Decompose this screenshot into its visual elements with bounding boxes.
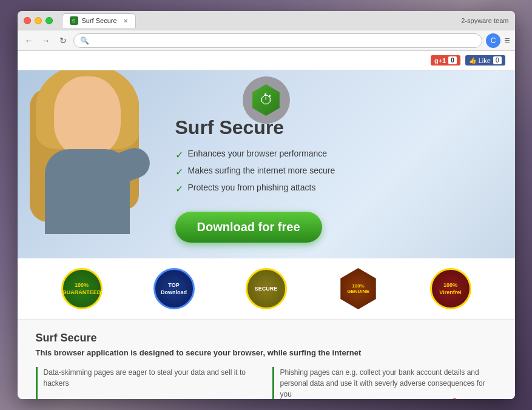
face (54, 76, 121, 155)
feature-text-1: Enhances your browser performance (188, 149, 328, 158)
hero-section: ⏱ Surf Secure ✓ Enhances your browser pe… (18, 70, 515, 258)
fb-count: 0 (493, 56, 502, 64)
person-figure (30, 70, 151, 234)
badge-download-label: Download (161, 289, 187, 295)
feature-item-2: ✓ Makes surfing the internet more secure (175, 166, 497, 178)
feature-item-3: ✓ Protects you from phishing attacts (175, 183, 497, 195)
badge-top-download: TOP Download (153, 268, 195, 309)
gplus-count: 0 (448, 56, 457, 64)
tab-bar: S Surf Secure ✕ (62, 13, 462, 28)
timer-icon: ⏱ (260, 92, 273, 108)
close-button[interactable] (24, 17, 31, 24)
feature-item-1: ✓ Enhances your browser performance (175, 149, 497, 161)
search-icon: 🔍 (80, 36, 89, 45)
maximize-button[interactable] (45, 17, 53, 24)
badge-virenfrei: 100% Virenfrei (430, 268, 471, 309)
logo-circle: ⏱ (243, 76, 290, 124)
spyware-brand: ▲Spyware (444, 397, 484, 399)
badge-top-label: TOP (168, 282, 179, 288)
feature-text-3: Protects you from phishing attacts (188, 183, 316, 192)
badge-genuine: 100% GENUINE (338, 268, 379, 309)
spyware-domain: .com (487, 397, 505, 399)
badge-secure: SECURE (246, 268, 287, 309)
forward-button[interactable]: → (39, 34, 53, 47)
desc-columns: Data-skimming pages are eager to steal y… (36, 367, 497, 399)
logo-hex-icon: ⏱ (251, 84, 282, 116)
hero-title: Surf Secure (175, 116, 497, 139)
reload-button[interactable]: ↻ (56, 34, 70, 47)
tab-close-button[interactable]: ✕ (123, 18, 128, 24)
badge-genuine-label: GENUINE (347, 289, 369, 294)
minimize-button[interactable] (35, 17, 42, 24)
badge-guaranteed-label: GUARANTEED (62, 289, 101, 295)
window-user-label: 2-spyware team (461, 17, 508, 24)
hero-text-content: Surf Secure ✓ Enhances your browser perf… (169, 70, 515, 258)
page-content: ⏱ Surf Secure ✓ Enhances your browser pe… (18, 70, 515, 399)
badge-guaranteed: 100% GUARANTEED (61, 268, 103, 309)
social-bar: g+1 0 👍 Like 0 (18, 51, 515, 70)
badge-genuine-pct: 100% (352, 283, 364, 289)
facebook-icon: 👍 (469, 57, 476, 64)
feature-text-2: Makes surfing the internet more secure (188, 166, 335, 175)
badge-secure-label: SECURE (255, 286, 278, 292)
badge-virenfrei-pct: 100% (443, 282, 457, 288)
logo-area: ⏱ (243, 76, 290, 124)
back-button[interactable]: ← (22, 34, 36, 47)
browser-window: S Surf Secure ✕ 2-spyware team ← → ↻ 🔍 C… (18, 11, 515, 399)
desc-col-2: Phishing pages can e.g. collect your ban… (272, 367, 497, 399)
tab-favicon-icon: S (70, 16, 78, 25)
feature-list: ✓ Enhances your browser performance ✓ Ma… (175, 149, 497, 200)
chrome-icon: C (486, 33, 500, 48)
check-icon-3: ✓ (175, 183, 183, 195)
address-bar[interactable]: 🔍 (73, 33, 483, 48)
active-tab[interactable]: S Surf Secure ✕ (62, 13, 136, 28)
gplus-button[interactable]: g+1 0 (431, 55, 460, 66)
description-section: Surf Secure This browser application is … (18, 320, 515, 399)
badge-guaranteed-pct: 100% (75, 282, 89, 288)
traffic-lights (24, 17, 53, 24)
nav-bar: ← → ↻ 🔍 C ≡ (18, 30, 515, 51)
desc-subtitle: This browser application is designed to … (36, 348, 497, 357)
menu-button[interactable]: ≡ (504, 35, 510, 46)
fb-like-label: Like (479, 57, 491, 64)
facebook-like-button[interactable]: 👍 Like 0 (465, 55, 505, 66)
check-icon-1: ✓ (175, 149, 183, 161)
gplus-label: g+1 (434, 57, 446, 64)
tab-title: Surf Secure (82, 17, 117, 24)
download-button[interactable]: Download for free (175, 212, 322, 243)
spyware-watermark: ▲Spyware .com (444, 397, 505, 399)
check-icon-2: ✓ (175, 166, 183, 178)
badges-row: 100% GUARANTEED TOP Download SECURE 100%… (18, 258, 515, 320)
hero-person-illustration (18, 70, 169, 258)
title-bar: S Surf Secure ✕ 2-spyware team (18, 11, 515, 30)
desc-col-1: Data-skimming pages are eager to steal y… (36, 367, 260, 399)
badge-virenfrei-label: Virenfrei (439, 289, 461, 295)
desc-title: Surf Secure (36, 332, 497, 344)
